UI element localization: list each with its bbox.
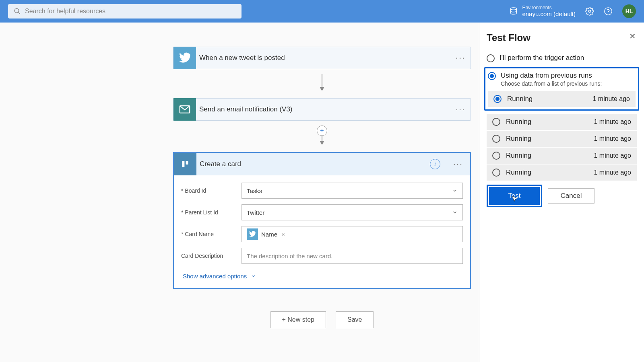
- radio-icon: [492, 135, 500, 143]
- show-advanced-toggle[interactable]: Show advanced options: [181, 273, 256, 280]
- trello-icon: [174, 153, 196, 175]
- parent-list-label: * Parent List Id: [181, 209, 242, 216]
- settings-icon[interactable]: [585, 7, 594, 16]
- run-item[interactable]: Running 1 minute ago: [487, 114, 637, 130]
- card-step-title: Create a card: [196, 160, 430, 168]
- header-right: Environments enayu.com (default) HL: [509, 4, 636, 18]
- connector-arrow: [320, 69, 324, 98]
- new-step-button[interactable]: + New step: [270, 311, 326, 328]
- radio-icon: [492, 169, 500, 177]
- radio-icon: [493, 95, 502, 103]
- cancel-button[interactable]: Cancel: [548, 188, 594, 204]
- email-menu[interactable]: ···: [450, 104, 471, 115]
- token-remove[interactable]: ×: [281, 231, 285, 238]
- twitter-icon: [173, 47, 196, 69]
- svg-point-3: [588, 10, 591, 12]
- parent-list-value: Twitter: [247, 209, 264, 216]
- chevron-down-icon: [251, 274, 256, 279]
- previous-runs-list: Running 1 minute ago: [488, 91, 636, 107]
- twitter-token-icon: [247, 228, 258, 240]
- create-card-step: Create a card i ··· * Board Id Tasks * P…: [173, 152, 471, 289]
- search-box[interactable]: [8, 4, 242, 19]
- card-description-input[interactable]: The description of the new card.: [242, 248, 463, 264]
- parent-list-select[interactable]: Twitter: [242, 204, 463, 220]
- card-menu[interactable]: ···: [450, 159, 466, 169]
- trigger-step[interactable]: When a new tweet is posted ···: [173, 47, 471, 69]
- run-item[interactable]: Running 1 minute ago: [487, 148, 637, 164]
- trigger-title: When a new tweet is posted: [196, 54, 450, 62]
- environment-value: enayu.com (default): [522, 10, 576, 18]
- close-icon[interactable]: ✕: [629, 31, 636, 41]
- previous-runs-list-rest: Running 1 minute ago Running 1 minute ag…: [487, 114, 637, 181]
- radio-icon: [488, 72, 496, 80]
- svg-line-1: [18, 12, 20, 14]
- top-bar: Environments enayu.com (default) HL: [0, 0, 644, 23]
- search-input[interactable]: [25, 8, 236, 15]
- chevron-down-icon: [452, 210, 458, 215]
- test-button-highlight: Test: [487, 185, 542, 207]
- highlighted-selection: Using data from previous runs Choose dat…: [484, 67, 639, 111]
- svg-point-0: [14, 8, 19, 13]
- search-icon: [14, 8, 21, 15]
- run-item[interactable]: Running 1 minute ago: [488, 91, 636, 107]
- panel-title: Test Flow: [487, 32, 637, 43]
- token-label: Name: [258, 231, 281, 238]
- option-previous-runs[interactable]: Using data from previous runs Choose dat…: [488, 71, 636, 88]
- trigger-menu[interactable]: ···: [450, 53, 471, 63]
- save-button[interactable]: Save: [336, 311, 374, 328]
- board-id-value: Tasks: [247, 187, 262, 194]
- run-item[interactable]: Running 1 minute ago: [487, 131, 637, 147]
- card-step-header[interactable]: Create a card i ···: [174, 153, 470, 175]
- card-name-label: * Card Name: [181, 231, 242, 237]
- connector-arrow-add: +: [317, 121, 327, 152]
- mail-icon: [173, 98, 196, 121]
- radio-icon: [492, 118, 500, 126]
- email-step[interactable]: Send an email notification (V3) ···: [173, 98, 471, 121]
- info-icon[interactable]: i: [430, 159, 440, 169]
- add-step-icon[interactable]: +: [317, 125, 327, 136]
- user-avatar[interactable]: HL: [622, 4, 636, 18]
- card-description-label: Card Description: [181, 253, 242, 259]
- board-id-select[interactable]: Tasks: [242, 183, 463, 199]
- email-title: Send an email notification (V3): [196, 105, 450, 113]
- radio-icon: [487, 54, 495, 62]
- test-button[interactable]: Test: [489, 187, 540, 205]
- svg-rect-8: [182, 161, 184, 167]
- svg-point-2: [511, 8, 517, 10]
- environment-picker[interactable]: Environments enayu.com (default): [509, 5, 576, 18]
- card-name-input[interactable]: Name ×: [242, 226, 463, 242]
- run-item[interactable]: Running 1 minute ago: [487, 165, 637, 181]
- test-flow-panel: ✕ Test Flow I'll perform the trigger act…: [479, 23, 644, 362]
- card-description-placeholder: The description of the new card.: [247, 253, 332, 259]
- help-icon[interactable]: [604, 7, 613, 16]
- database-icon: [509, 7, 518, 16]
- chevron-down-icon: [452, 188, 458, 193]
- option-perform-trigger[interactable]: I'll perform the trigger action: [487, 51, 637, 66]
- board-id-label: * Board Id: [181, 187, 242, 194]
- svg-rect-7: [181, 160, 190, 169]
- svg-point-4: [605, 8, 612, 15]
- svg-rect-9: [186, 161, 188, 165]
- radio-icon: [492, 152, 500, 160]
- environments-label: Environments: [522, 5, 576, 10]
